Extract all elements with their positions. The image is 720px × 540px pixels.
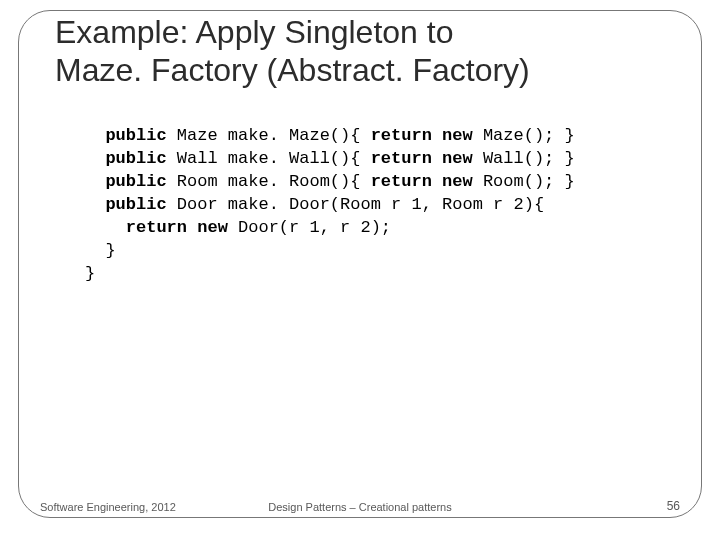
code-line-1: public Maze make. Maze(){ return new Maz… bbox=[85, 126, 575, 145]
code-text: Wall make. Wall(){ bbox=[167, 149, 371, 168]
page-number: 56 bbox=[667, 499, 680, 513]
code-text: Room(); } bbox=[473, 172, 575, 191]
keyword-public: public bbox=[105, 172, 166, 191]
code-block: public Maze make. Maze(){ return new Maz… bbox=[85, 125, 575, 286]
code-line-2: public Wall make. Wall(){ return new Wal… bbox=[85, 149, 575, 168]
code-line-3: public Room make. Room(){ return new Roo… bbox=[85, 172, 575, 191]
code-text: Door make. Door(Room r 1, Room r 2){ bbox=[167, 195, 544, 214]
keyword-return-new: return new bbox=[371, 149, 473, 168]
keyword-public: public bbox=[105, 149, 166, 168]
keyword-public: public bbox=[105, 195, 166, 214]
slide: Example: Apply Singleton to Maze. Factor… bbox=[0, 0, 720, 540]
code-text: Maze make. Maze(){ bbox=[167, 126, 371, 145]
code-text: Maze(); } bbox=[473, 126, 575, 145]
code-text: Door(r 1, r 2); bbox=[228, 218, 391, 237]
slide-title: Example: Apply Singleton to Maze. Factor… bbox=[55, 14, 680, 90]
code-line-4: public Door make. Door(Room r 1, Room r … bbox=[85, 195, 544, 214]
code-text: Room make. Room(){ bbox=[167, 172, 371, 191]
keyword-return-new: return new bbox=[371, 172, 473, 191]
keyword-public: public bbox=[105, 126, 166, 145]
keyword-return-new: return new bbox=[126, 218, 228, 237]
footer-center: Design Patterns – Creational patterns bbox=[0, 501, 720, 513]
code-line-7: } bbox=[85, 264, 95, 283]
title-line-2: Maze. Factory (Abstract. Factory) bbox=[55, 52, 530, 88]
code-line-5: return new Door(r 1, r 2); bbox=[85, 218, 391, 237]
code-line-6: } bbox=[85, 241, 116, 260]
code-text: Wall(); } bbox=[473, 149, 575, 168]
keyword-return-new: return new bbox=[371, 126, 473, 145]
title-line-1: Example: Apply Singleton to bbox=[55, 14, 453, 50]
